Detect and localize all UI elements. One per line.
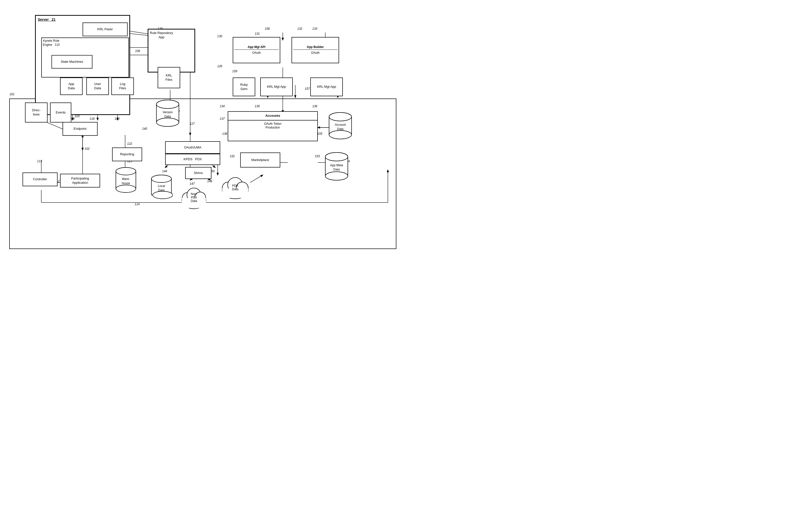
label-113: 113 (37, 159, 42, 163)
diagram: 161 109 108 105 106 129 115 117 119 116 … (0, 0, 406, 260)
svg-point-75 (329, 112, 351, 121)
log-files-label: LogFiles (119, 82, 126, 90)
label-130: 130 (217, 34, 222, 38)
ruby-gem-box: RubyGem (233, 78, 255, 96)
label-102: 102 (84, 147, 90, 151)
non-pdx-cloud: Non-PDXData (180, 185, 208, 210)
label-153: 153 (315, 155, 320, 158)
events-label: Events (56, 110, 66, 115)
user-data-label: UserData (94, 82, 101, 90)
version-data-label: VersionData (163, 110, 173, 119)
accounts-box: Accounts OAuth TokenProduction (228, 111, 318, 141)
rule-repository-container: Rule RepositoryApp (148, 29, 195, 73)
svg-point-61 (151, 175, 171, 182)
app-mgt-api-box: App Mgt API OAuth (233, 37, 280, 63)
svg-point-60 (153, 191, 173, 199)
krl-parser-box: KRL Paser (82, 23, 128, 36)
krl-files-box: KRLFiles (158, 67, 180, 88)
label-103: 103 (75, 114, 79, 118)
events-box: Events (50, 103, 71, 123)
kpds-pdx-box: KPDS PDX (165, 154, 220, 165)
app-meta-data-cylinder: App MetaData (324, 151, 349, 181)
app-data-box: AppData (60, 78, 82, 95)
engine-label: Kynetx RuleEngine 110 (43, 39, 59, 47)
krl-mgt-app1-label: KRL Mgt App (267, 85, 286, 89)
shims-label: Shims (194, 171, 203, 175)
krl-parser-label: KRL Paser (97, 27, 113, 31)
svg-point-57 (156, 100, 179, 108)
server-label: Server 21 (38, 17, 55, 22)
app-mgt-api-label: App Mgt API (248, 45, 266, 49)
svg-point-74 (329, 130, 351, 139)
accounts-sub: OAuth TokenProduction (228, 121, 317, 131)
app-builder-box: App Builder OAuth (292, 37, 339, 63)
label-144: 144 (162, 170, 167, 173)
local-data-cylinder: LocalData (150, 174, 173, 200)
label-134: 134 (220, 104, 225, 108)
label-159: 159 (232, 70, 237, 73)
label-126: 126 (217, 64, 222, 68)
local-data-label: LocalData (158, 184, 165, 192)
label-137: 137 (220, 117, 225, 121)
svg-line-44 (250, 175, 263, 182)
label-157: 157 (305, 87, 310, 90)
label-106: 106 (135, 49, 140, 53)
warehouse-cylinder: Ware-house (115, 166, 137, 194)
app-data-label: AppData (68, 82, 75, 90)
krl-mgt-app1-box: KRL Mgt App (260, 78, 293, 96)
state-machines-box: State Machines (51, 55, 93, 69)
ruby-gem-label: RubyGem (240, 83, 248, 91)
app-meta-data-label: App MetaData (330, 163, 343, 172)
label-118: 118 (90, 117, 95, 121)
pdx-data-label: PDXData (232, 184, 238, 191)
non-pdx-label: Non-PDXData (191, 192, 197, 203)
marketplace-box: Marketplace (240, 153, 280, 167)
account-data-label: AccountData (335, 123, 346, 131)
endpoint-box: Endpoint (63, 122, 98, 136)
svg-point-56 (156, 118, 179, 127)
accounts-label: Accounts (228, 112, 317, 121)
krl-mgt-app2-box: KRL Mgt App (310, 78, 343, 96)
krl-mgt-app2-label: KRL Mgt App (317, 85, 336, 89)
svg-point-53 (116, 167, 136, 175)
endpoint-label: Endpoint (74, 127, 86, 131)
user-data-box: UserData (86, 78, 109, 95)
label-127: 127 (190, 122, 195, 126)
label-120: 120 (115, 117, 120, 121)
label-114: 114 (134, 203, 140, 206)
participating-app-label: ParticipatingApplication (71, 177, 89, 185)
controller-label: Controller (33, 177, 47, 182)
label-122: 122 (127, 142, 132, 146)
pdx-data-cloud: PDXData (220, 175, 250, 200)
controller-box: Controller (23, 173, 57, 186)
app-mgt-api-oauth: OAuth (252, 51, 261, 54)
app-builder-label: App Builder (307, 45, 324, 49)
label-152: 152 (230, 155, 235, 158)
label-132: 132 (297, 27, 302, 30)
label-140: 140 (142, 127, 147, 130)
directives-box: Direc-tives (25, 103, 48, 123)
reporting-label: Reporting (120, 152, 134, 156)
krl-files-label: KRLFiles (165, 74, 172, 82)
svg-point-79 (325, 153, 348, 161)
oauth-uma-label: OAuth/UMA (184, 146, 201, 150)
warehouse-label: Ware-house (122, 177, 130, 185)
reporting-box: Reporting (112, 148, 142, 161)
rule-repository-label: Rule RepositoryApp (150, 31, 173, 40)
state-machines-label: State Machines (61, 60, 83, 64)
label-131: 131 (255, 32, 260, 35)
app-builder-oauth: OAuth (311, 51, 320, 54)
label-136: 136 (312, 104, 317, 108)
label-148: 148 (207, 180, 212, 183)
oauth-uma-box: OAuth/UMA (165, 141, 220, 154)
version-data-cylinder: VersionData (155, 99, 180, 128)
svg-point-78 (325, 172, 348, 180)
marketplace-label: Marketplace (251, 158, 269, 162)
account-data-cylinder: AccountData (328, 111, 353, 140)
label-161: 161 (9, 93, 15, 96)
label-155: 155 (317, 132, 322, 135)
label-133: 133 (312, 27, 317, 30)
kpds-pdx-label: KPDS PDX (184, 157, 202, 161)
label-138: 138 (222, 132, 227, 135)
log-files-box: LogFiles (112, 78, 134, 95)
